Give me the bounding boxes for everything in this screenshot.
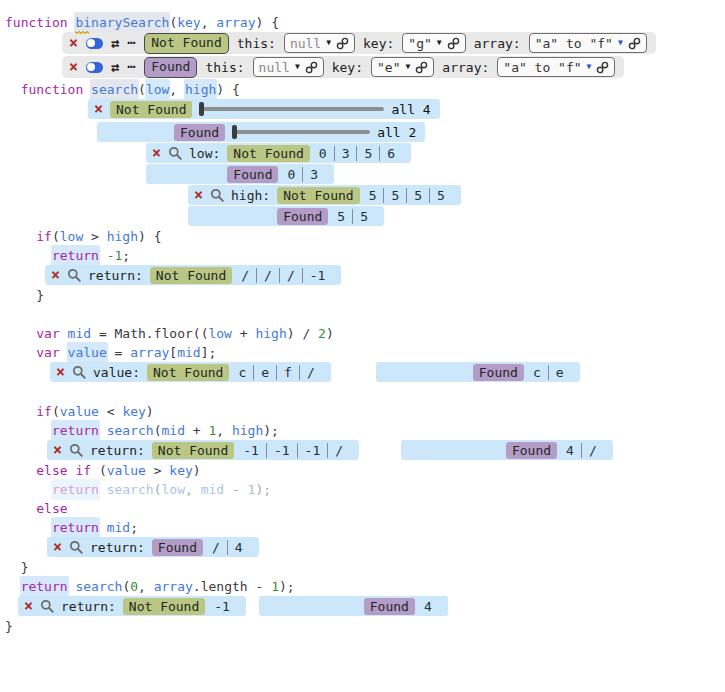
close-icon[interactable]: × [53,540,62,554]
result-badge-not-found[interactable]: Not Found [144,33,228,54]
magnifier-icon[interactable] [67,268,81,282]
array-dropdown[interactable]: "a" to "f"▼ [529,33,647,53]
result-badge-found[interactable]: Found [277,208,328,225]
code-token: } [21,558,29,577]
code-token-highlighted[interactable]: value [67,342,108,363]
close-icon[interactable]: × [51,268,60,282]
code-token: } [36,286,44,305]
code-token [68,461,76,480]
code-token-highlighted[interactable]: return [51,517,100,538]
probe-row: ×value:Not Foundcef/ [50,362,331,382]
code-token: value [107,461,146,480]
field-label-this: this: [237,36,276,51]
slider-handle[interactable] [199,102,204,116]
code-token: , [201,13,217,32]
close-icon[interactable]: × [56,365,65,379]
code-token: array [154,577,193,596]
slider-handle[interactable] [232,125,237,139]
result-badge-found[interactable]: Found [506,442,557,459]
magnifier-icon[interactable] [40,599,54,613]
result-badge-found[interactable]: Found [473,364,524,381]
result-badge-found[interactable]: Found [174,124,225,141]
code-token-highlighted[interactable]: return [51,479,100,500]
code-line: return search(0, array.length - 1); [5,577,725,596]
enable-toggle[interactable] [86,62,103,73]
code-token: key [169,461,192,480]
close-icon[interactable]: × [69,36,78,50]
this-dropdown[interactable]: null▼ [284,33,355,53]
code-token-highlighted[interactable]: binarySearch [74,12,170,33]
chevron-down-icon: ▼ [295,62,300,72]
close-icon[interactable]: × [194,188,203,202]
link-icon[interactable] [415,61,428,74]
probe-row: ×return:Found4/ [401,440,613,460]
magnifier-icon[interactable] [72,365,86,379]
magnifier-icon[interactable] [69,443,83,457]
more-options-icon[interactable]: ⋯ [127,60,136,74]
code-token: low [60,227,83,246]
magnifier-icon[interactable] [168,146,182,160]
result-badge-not-found[interactable]: Not Found [110,101,192,118]
close-icon[interactable]: × [152,146,161,160]
code-token-highlighted[interactable]: search [90,79,139,100]
probe-value: c [531,365,548,380]
link-icon[interactable] [336,37,349,50]
swap-arguments-icon[interactable]: ⇄ [111,60,119,74]
code-line: return mid; [5,518,725,537]
code-token: - [224,480,247,499]
probe-row: ×high:Found55 [188,206,384,226]
enable-toggle[interactable] [86,38,103,49]
magnifier-icon[interactable] [69,540,83,554]
magnifier-icon[interactable] [210,188,224,202]
more-options-icon[interactable]: ⋯ [127,36,136,50]
call-config-widget: ×⇄⋯Foundthis:null▼key:"e"▼array:"a" to "… [5,56,725,80]
code-token: key [122,402,145,421]
code-token: var [36,324,67,343]
key-dropdown[interactable]: "e"▼ [371,57,434,77]
result-badge-not-found[interactable]: Not Found [150,267,232,284]
close-icon[interactable]: × [69,60,78,74]
close-icon[interactable]: × [24,599,33,613]
probe-row: ×return:Found/4 [47,537,259,557]
result-badge-not-found[interactable]: Not Found [152,442,234,459]
close-icon[interactable]: × [94,102,103,116]
result-badge-found[interactable]: Found [227,166,278,183]
key-dropdown[interactable]: "g"▼ [402,33,465,53]
probe-widget: ×low:Not Found0356×low:Found03 [5,143,725,185]
iteration-slider[interactable] [199,102,384,116]
close-icon[interactable]: × [53,443,62,457]
array-dropdown[interactable]: "a" to "f"▼ [497,57,615,77]
code-token-highlighted[interactable]: high [184,79,217,100]
code-editor: function binarySearch(key, array) {×⇄⋯No… [0,0,725,636]
code-token: .length - [193,577,271,596]
code-token-highlighted[interactable]: low [145,79,170,100]
chevron-down-icon: ▼ [618,38,623,48]
code-token: , [185,480,201,499]
result-badge-not-found[interactable]: Not Found [147,364,229,381]
result-badge-not-found[interactable]: Not Found [123,598,205,615]
code-token-highlighted[interactable]: return [51,245,100,266]
code-token: = [107,343,130,362]
link-icon[interactable] [628,37,641,50]
link-icon[interactable] [447,37,460,50]
result-badge-found[interactable]: Found [144,57,197,78]
probe-widget: ×high:Not Found5555×high:Found55 [5,185,725,227]
iteration-slider-row: Foundall 2 [97,122,425,142]
swap-arguments-icon[interactable]: ⇄ [111,36,119,50]
link-icon[interactable] [596,61,609,74]
code-token: < [99,402,122,421]
code-line: var value = array[mid]; [5,343,725,362]
link-icon[interactable] [305,61,318,74]
code-token: 1 [271,577,279,596]
result-badge-found[interactable]: Found [364,598,415,615]
code-token: value [60,402,99,421]
result-badge-found[interactable]: Found [152,539,203,556]
result-badge-not-found[interactable]: Not Found [227,145,309,162]
code-token-highlighted[interactable]: return [20,576,69,597]
result-badge-not-found[interactable]: Not Found [277,187,359,204]
code-token-highlighted[interactable]: return [51,420,100,441]
code-token: search [107,421,154,440]
this-dropdown[interactable]: null▼ [253,57,324,77]
iteration-slider[interactable] [232,125,370,139]
dropdown-value: null [290,36,321,51]
